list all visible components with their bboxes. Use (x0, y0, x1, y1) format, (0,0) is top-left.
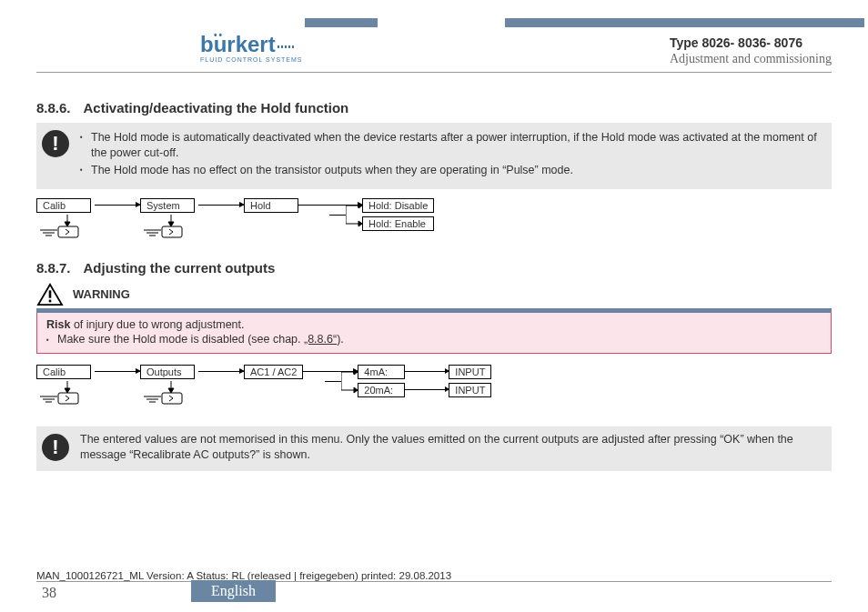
chain-node-input: INPUT (449, 365, 491, 379)
doc-type-line: Type 8026- 8036- 8076 (670, 35, 832, 50)
svg-rect-17 (49, 290, 52, 297)
svg-rect-21 (58, 393, 78, 404)
chain-branch: Hold: Disable Hold: Enable (362, 198, 434, 231)
svg-rect-8 (162, 226, 182, 237)
svg-rect-18 (49, 299, 52, 302)
exclamation-icon: ! (42, 130, 69, 157)
svg-rect-2 (58, 226, 78, 237)
menu-chain-outputs: Calib Outputs (36, 365, 832, 408)
language-badge: English (191, 580, 276, 602)
chain-node: Hold: Disable (362, 198, 434, 213)
brand-logo: •• burkert FLUID CONTROL SYSTEMS (200, 35, 303, 63)
chain-branch: 4mA: INPUT 20mA: INPUT (358, 365, 491, 397)
header-accent-bar (305, 18, 378, 27)
notice-item: The Hold mode is automatically deactivat… (80, 130, 823, 161)
svg-marker-16 (358, 221, 362, 226)
chain-node-input: INPUT (449, 383, 491, 397)
svg-marker-26 (168, 388, 174, 393)
svg-marker-1 (65, 222, 70, 226)
menu-chain-hold: Calib System (36, 198, 832, 242)
branch-connector-icon (341, 365, 358, 401)
page-header: •• burkert FLUID CONTROL SYSTEMS Type 80… (36, 18, 832, 73)
notice-box: ! The entered values are not memorised i… (36, 426, 832, 472)
header-accent-bar (505, 18, 864, 27)
cross-reference-link[interactable]: „8.8.6“ (304, 333, 337, 346)
chain-node: AC1 / AC2 (244, 365, 303, 379)
menu-button-icon (40, 381, 95, 408)
notice-item: The Hold mode has no effect on the trans… (80, 163, 823, 178)
chain-node: 4mA: (358, 365, 405, 379)
chain-node: Hold: Enable (362, 216, 434, 231)
notice-box: ! The Hold mode is automatically deactiv… (36, 123, 832, 189)
exclamation-icon: ! (42, 434, 69, 461)
svg-marker-7 (168, 222, 174, 226)
chain-node: 20mA: (358, 383, 405, 397)
doc-subtitle: Adjustment and commissioning (670, 52, 832, 66)
warning-label: WARNING (73, 287, 130, 301)
chain-node: Hold (244, 198, 298, 213)
page-number: 38 (42, 585, 56, 601)
svg-marker-14 (358, 203, 362, 208)
footer-meta: MAN_1000126721_ML Version: A Status: RL … (36, 570, 832, 581)
section-heading-887: 8.8.7.Adjusting the current outputs (36, 260, 832, 276)
page-footer: MAN_1000126721_ML Version: A Status: RL … (36, 570, 832, 603)
chain-node: Outputs (140, 365, 195, 379)
section-heading-886: 8.8.6.Activating/deactivating the Hold f… (36, 100, 832, 115)
warning-block: WARNING Risk of injury due to wrong adju… (36, 283, 832, 354)
svg-marker-35 (354, 387, 358, 393)
svg-marker-33 (354, 369, 358, 375)
warning-triangle-icon (36, 283, 64, 306)
chain-node: Calib (36, 365, 91, 379)
svg-rect-27 (162, 393, 182, 404)
brand-text: burkert (200, 32, 276, 56)
menu-button-icon (40, 215, 95, 242)
svg-marker-20 (65, 388, 70, 393)
menu-button-icon (144, 381, 198, 408)
notice-text: The entered values are not memorised in … (80, 432, 823, 463)
menu-button-icon (144, 215, 198, 242)
warning-line: Make sure the Hold mode is disabled (see… (46, 333, 822, 346)
chain-node: System (140, 198, 195, 213)
branch-connector-icon (346, 198, 362, 231)
chain-node: Calib (36, 198, 91, 213)
brand-tagline: FLUID CONTROL SYSTEMS (200, 56, 303, 63)
